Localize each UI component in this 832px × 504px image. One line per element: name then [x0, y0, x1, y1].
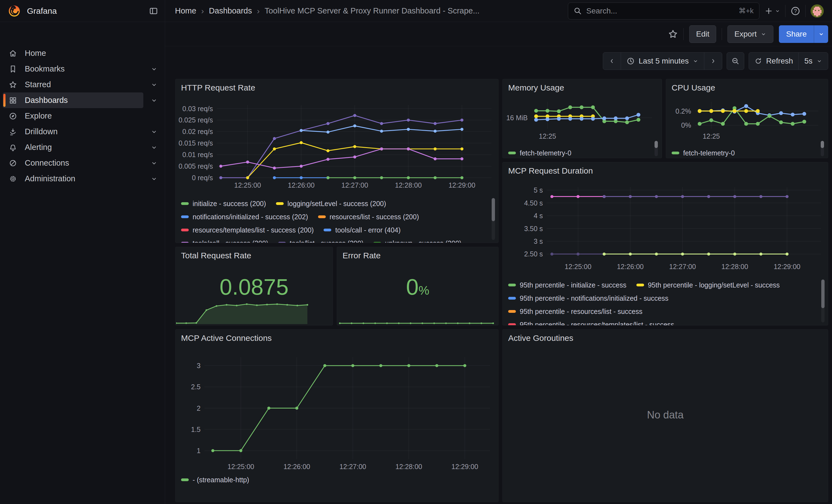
panel-memory-usage: Memory Usage 12:2516 MiB fetch-telemetry…: [502, 79, 662, 158]
favorite-star-button[interactable]: [668, 29, 678, 39]
sidebar-item-bookmarks[interactable]: Bookmarks: [3, 61, 144, 77]
search-input[interactable]: Search... ⌘+k: [568, 2, 759, 20]
panel-title[interactable]: MCP Active Connections: [181, 334, 272, 343]
legend-item[interactable]: 95th percentile - resources/list - succe…: [508, 308, 643, 316]
gear-icon: [8, 174, 18, 184]
legend-item[interactable]: resources/templates/list - success (200): [181, 226, 314, 234]
legend-item[interactable]: fetch-telemetry-0: [508, 149, 571, 157]
panel-title[interactable]: Error Rate: [342, 251, 381, 260]
svg-text:12:29:00: 12:29:00: [451, 463, 478, 471]
svg-text:12:27:00: 12:27:00: [669, 263, 696, 270]
time-range-label: Last 5 minutes: [639, 57, 688, 65]
sidebar-item-label: Dashboards: [25, 96, 68, 105]
svg-text:0.015 req/s: 0.015 req/s: [179, 139, 213, 147]
time-forward-button[interactable]: [704, 53, 722, 70]
sidebar-item-starred[interactable]: Starred: [3, 77, 144, 92]
svg-text:3 s: 3 s: [534, 237, 543, 245]
add-button[interactable]: [764, 7, 780, 16]
divider: [805, 5, 806, 17]
sidebar-item-home[interactable]: Home: [3, 45, 144, 61]
http-request-rate-chart[interactable]: 12:25:0012:26:0012:27:0012:28:0012:29:00…: [176, 97, 498, 195]
avatar[interactable]: [810, 4, 824, 18]
legend-scrollbar[interactable]: [654, 141, 658, 156]
grafana-logo[interactable]: [8, 4, 21, 18]
dashboards-grid-icon: [8, 96, 18, 105]
mcp-request-duration-chart[interactable]: 12:25:0012:26:0012:27:0012:28:0012:29:00…: [503, 180, 828, 276]
edit-button[interactable]: Edit: [689, 25, 716, 43]
legend-item[interactable]: logging/setLevel - success (200): [276, 200, 386, 208]
sidebar-item-alerting[interactable]: Alerting: [3, 139, 144, 155]
chevron-down-icon[interactable]: [151, 128, 158, 135]
legend-item[interactable]: 95th percentile - logging/setLevel - suc…: [636, 281, 780, 289]
sidebar-item-label: Starred: [25, 80, 51, 89]
breadcrumb-dashboards[interactable]: Dashboards: [209, 6, 252, 16]
legend-item[interactable]: tools/call - success (200): [181, 239, 268, 243]
time-back-button[interactable]: [603, 53, 621, 70]
star-icon: [668, 29, 678, 39]
legend-item[interactable]: 95th percentile - initialize - success: [508, 281, 626, 289]
cpu-usage-chart[interactable]: 12:250.2%0%: [666, 95, 828, 140]
drilldown-icon: [8, 127, 18, 136]
zoom-out-button[interactable]: [727, 52, 744, 70]
chevron-down-icon[interactable]: [151, 81, 158, 88]
export-button[interactable]: Export: [727, 25, 773, 43]
svg-text:12:25:00: 12:25:00: [565, 263, 591, 270]
time-range-picker[interactable]: Last 5 minutes: [621, 53, 704, 70]
legend-item[interactable]: initialize - success (200): [181, 200, 266, 208]
sidebar-collapse-button[interactable]: [149, 6, 158, 16]
time-controls: Last 5 minutes Refresh 5s: [603, 52, 828, 70]
chevron-down-icon[interactable]: [151, 65, 158, 73]
panel-title[interactable]: CPU Usage: [672, 83, 715, 92]
legend-item[interactable]: unknown - success (200): [373, 239, 461, 243]
refresh-icon: [754, 57, 762, 65]
legend-item[interactable]: 95th percentile - notifications/initiali…: [508, 294, 669, 302]
no-data-message: No data: [503, 409, 828, 421]
chevron-down-icon[interactable]: [151, 160, 158, 167]
sidebar-item-dashboards[interactable]: Dashboards: [3, 92, 144, 108]
mcp-active-connections-chart[interactable]: 12:25:0012:26:0012:27:0012:28:0012:29:00…: [176, 349, 498, 481]
legend-item[interactable]: fetch-telemetry-0: [672, 149, 735, 157]
legend-scrollbar[interactable]: [821, 280, 825, 322]
sidebar-menu: Home Bookmarks Starred Dashboards Explor…: [0, 22, 165, 187]
legend-item[interactable]: 95th percentile - resources/templates/li…: [508, 321, 674, 326]
top-bar: Home › Dashboards › ToolHive MCP Server …: [165, 0, 832, 22]
legend-scrollbar[interactable]: [821, 141, 824, 156]
legend-item[interactable]: notifications/initialized - success (202…: [181, 213, 308, 221]
panel-title[interactable]: MCP Request Duration: [508, 166, 593, 176]
sidebar-item-connections[interactable]: Connections: [3, 155, 144, 171]
share-menu-button[interactable]: [814, 25, 828, 43]
zoom-out-icon: [731, 57, 739, 65]
sidebar-item-drilldown[interactable]: Drilldown: [3, 124, 144, 139]
svg-text:1: 1: [197, 447, 201, 454]
chevron-down-icon[interactable]: [151, 97, 158, 104]
svg-text:5 s: 5 s: [534, 186, 543, 194]
legend-item[interactable]: tools/call - error (404): [323, 226, 400, 234]
panel-title[interactable]: Memory Usage: [508, 83, 564, 92]
panel-title[interactable]: Total Request Rate: [181, 251, 251, 260]
sidebar-item-explore[interactable]: Explore: [3, 108, 144, 124]
breadcrumb-home[interactable]: Home: [175, 6, 196, 16]
stat-value: 0.0875: [176, 274, 333, 300]
legend-item[interactable]: tools/list - success (200): [278, 239, 363, 243]
chevron-down-icon[interactable]: [151, 175, 158, 182]
legend-item[interactable]: - (streamable-http): [181, 476, 249, 484]
refresh-button[interactable]: Refresh: [749, 53, 799, 70]
share-button[interactable]: Share: [779, 25, 814, 43]
sidebar-item-label: Drilldown: [25, 127, 57, 136]
panel-title[interactable]: HTTP Request Rate: [181, 83, 255, 92]
sidebar-item-administration[interactable]: Administration: [3, 171, 144, 187]
refresh-interval-picker[interactable]: 5s: [799, 53, 828, 70]
divider: [722, 28, 722, 40]
stat-suffix: %: [418, 284, 429, 297]
dashboard-toolbar: Edit Export Share: [165, 22, 832, 46]
chart-legend: fetch-telemetry-0: [508, 148, 650, 158]
svg-text:0.2%: 0.2%: [675, 107, 691, 115]
legend-item[interactable]: resources/list - success (200): [318, 213, 419, 221]
error-rate-sparkline: [338, 313, 498, 325]
chart-legend: - (streamable-http): [181, 474, 486, 485]
panel-title[interactable]: Active Goroutines: [508, 334, 573, 343]
memory-usage-chart[interactable]: 12:2516 MiB: [503, 95, 662, 140]
chevron-down-icon[interactable]: [151, 144, 158, 151]
legend-scrollbar[interactable]: [492, 198, 495, 240]
help-button[interactable]: ?: [790, 6, 800, 16]
